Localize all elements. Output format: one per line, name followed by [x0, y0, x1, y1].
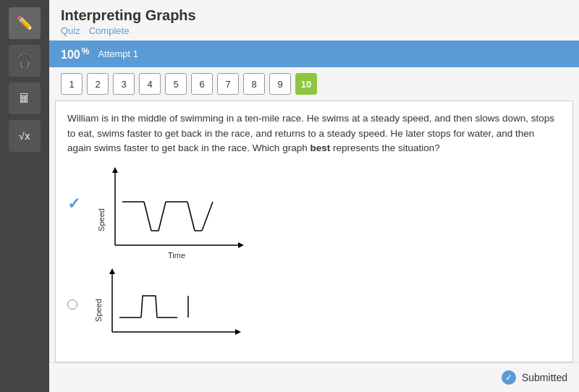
submitted-label: Submitted	[522, 372, 567, 383]
footer: ✓ Submitted	[49, 362, 579, 392]
main-panel: Interpreting Graphs Quiz Complete 100% A…	[49, 0, 579, 392]
q-btn-2[interactable]: 2	[87, 73, 109, 95]
content-area: William is in the middle of swimming in …	[55, 101, 573, 362]
correct-checkmark: ✓	[67, 195, 80, 213]
svg-text:Time: Time	[168, 251, 185, 260]
graph-2-svg: Speed	[83, 267, 242, 346]
header-subtitle: Quiz Complete	[61, 25, 567, 36]
header: Interpreting Graphs Quiz Complete	[49, 0, 579, 41]
calculator-icon[interactable]: 🖩	[9, 82, 41, 114]
question-text-end: represents the situation?	[330, 142, 440, 153]
question-text-bold: best	[310, 142, 330, 153]
headphone-icon[interactable]: 🎧	[9, 45, 41, 77]
q-btn-3[interactable]: 3	[113, 73, 135, 95]
status-label: Complete	[89, 25, 130, 36]
q-btn-4[interactable]: 4	[139, 73, 161, 95]
svg-text:Speed: Speed	[97, 208, 106, 231]
quiz-label: Quiz	[61, 25, 80, 36]
formula-icon[interactable]: √x	[9, 120, 41, 152]
superscript: %	[82, 46, 90, 56]
q-btn-7[interactable]: 7	[217, 73, 239, 95]
svg-marker-8	[235, 329, 241, 335]
svg-marker-3	[112, 167, 118, 173]
graph-1-svg: Speed Time	[86, 166, 245, 267]
sidebar: ✏️ 🎧 🖩 √x	[0, 0, 49, 392]
pencil-icon[interactable]: ✏️	[9, 7, 41, 39]
graph-1-wrap: Speed Time	[86, 166, 245, 267]
question-nav: 1 2 3 4 5 6 7 8 9 10	[49, 67, 579, 101]
q-btn-6[interactable]: 6	[191, 73, 213, 95]
graph-option-2: Speed	[67, 267, 561, 346]
graph-2-wrap: Speed	[83, 267, 242, 346]
q-btn-5[interactable]: 5	[165, 73, 187, 95]
svg-marker-2	[238, 242, 244, 248]
page-title: Interpreting Graphs	[61, 7, 567, 24]
question-text: William is in the middle of swimming in …	[67, 111, 561, 155]
progress-percent: 100%	[61, 46, 89, 61]
q-btn-10[interactable]: 10	[295, 73, 317, 95]
graphs-area: ✓ Speed Time	[67, 166, 561, 346]
q-btn-1[interactable]: 1	[61, 73, 83, 95]
attempt-label: Attempt 1	[98, 48, 138, 59]
svg-marker-9	[109, 268, 115, 274]
percent-value: 100	[61, 48, 80, 61]
svg-text:Speed: Speed	[94, 299, 103, 322]
graph-2-radio[interactable]	[67, 299, 77, 310]
q-btn-9[interactable]: 9	[269, 73, 291, 95]
graph-option-1: ✓ Speed Time	[67, 166, 561, 267]
progress-bar: 100% Attempt 1	[49, 41, 579, 67]
q-btn-8[interactable]: 8	[243, 73, 265, 95]
submitted-icon: ✓	[502, 370, 516, 385]
